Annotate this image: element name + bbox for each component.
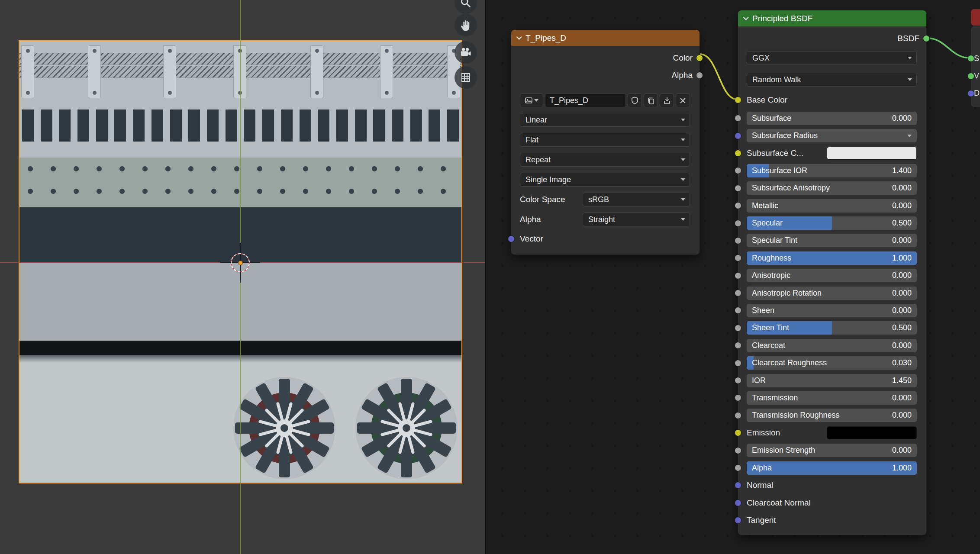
param-label: Clearcoat [752, 341, 785, 350]
sheen-tint-input-socket[interactable] [735, 325, 741, 332]
anisotropic-input-socket[interactable] [735, 272, 741, 279]
sheen-tint-slider[interactable]: Sheen Tint0.500 [747, 321, 917, 335]
emission-color-swatch[interactable] [827, 426, 917, 439]
collapse-chevron-icon[interactable] [516, 34, 522, 40]
shader-node-editor[interactable]: T_Pipes_D Color Alpha [486, 0, 980, 554]
specular-input-socket[interactable] [735, 220, 741, 227]
transmission-slider[interactable]: Transmission0.000 [747, 391, 917, 405]
subsurface-slider[interactable]: Subsurface0.000 [747, 112, 917, 125]
image-texture-node[interactable]: T_Pipes_D Color Alpha [511, 29, 700, 255]
tangent-input-socket[interactable] [735, 517, 741, 524]
color-space-label: Color Space [520, 195, 583, 204]
material-output-node-header[interactable] [970, 9, 980, 26]
distribution-dropdown[interactable]: GGX [747, 51, 917, 65]
vector-input-socket[interactable] [508, 235, 515, 242]
ior-input-socket[interactable] [735, 377, 741, 384]
collapse-chevron-icon[interactable] [743, 15, 749, 20]
link-bsdf-to-surface[interactable] [927, 38, 970, 58]
bsdf-output-socket[interactable] [923, 35, 930, 42]
input-label: Base Color [747, 95, 787, 105]
ior-slider[interactable]: IOR1.450 [747, 374, 917, 387]
subsurface-anisotropy-slider[interactable]: Subsurface Anisotropy0.000 [747, 181, 917, 195]
pan-gizmo-button[interactable] [455, 14, 477, 36]
grid-toggle-button[interactable] [455, 66, 477, 89]
chevron-down-icon [681, 178, 685, 181]
subsurface-ior-input-socket[interactable] [735, 167, 741, 174]
normal-input-socket[interactable] [735, 482, 741, 489]
principled-bsdf-node[interactable]: Principled BSDF BSDF GGX Random Walk [738, 10, 927, 535]
zoom-gizmo-button[interactable] [455, 0, 477, 14]
transmission-roughness-slider[interactable]: Transmission Roughness0.000 [747, 409, 917, 422]
clearcoat-roughness-input-socket[interactable] [735, 360, 741, 367]
image-name-field[interactable] [545, 93, 626, 107]
clearcoat-roughness-slider[interactable]: Clearcoat Roughness0.030 [747, 356, 917, 370]
roughness-slider[interactable]: Roughness1.000 [747, 251, 917, 265]
subsurface-ior-slider[interactable]: Subsurface IOR1.400 [747, 164, 917, 177]
param-label: Transmission Roughness [752, 411, 839, 420]
specular-tint-slider[interactable]: Specular Tint0.000 [747, 234, 917, 247]
camera-view-button[interactable] [455, 41, 477, 64]
interpolation-dropdown[interactable]: Linear [520, 113, 690, 127]
param-label: Subsurface [752, 114, 791, 123]
anisotropic-rotation-input-socket[interactable] [735, 290, 741, 296]
image-editor[interactable] [0, 0, 485, 554]
browse-image-button[interactable] [520, 93, 543, 107]
alpha-mode-dropdown[interactable]: Straight [583, 213, 690, 226]
sheen-slider[interactable]: Sheen0.000 [747, 304, 917, 317]
fake-user-button[interactable] [628, 93, 642, 107]
subsurface-c-color-swatch[interactable] [827, 147, 917, 160]
unlink-image-button[interactable] [676, 93, 690, 107]
alpha-input-socket[interactable] [735, 464, 741, 471]
image-texture-node-header[interactable]: T_Pipes_D [511, 30, 700, 46]
subsurface-method-dropdown[interactable]: Random Walk [747, 73, 917, 87]
extension-dropdown[interactable]: Repeat [520, 153, 690, 167]
clearcoat-slider[interactable]: Clearcoat0.000 [747, 339, 917, 352]
output-input-socket[interactable] [967, 73, 974, 80]
sheen-input-socket[interactable] [735, 307, 741, 314]
anisotropic-rotation-slider[interactable]: Anisotropic Rotation0.000 [747, 287, 917, 300]
param-label: Emission [747, 428, 780, 438]
clearcoat-input-socket[interactable] [735, 342, 741, 349]
subsurface-c-input-socket[interactable] [735, 150, 741, 157]
emission-strength-input-socket[interactable] [735, 447, 741, 454]
output-input-socket[interactable] [967, 90, 974, 97]
metallic-slider[interactable]: Metallic0.000 [747, 199, 917, 213]
bsdf-param-subsurface-radius: Subsurface Radius [738, 127, 926, 144]
emission-strength-slider[interactable]: Emission Strength0.000 [747, 444, 917, 457]
output-input-socket[interactable] [967, 55, 974, 62]
emission-input-socket[interactable] [735, 429, 741, 436]
image-icon [525, 97, 533, 104]
transmission-roughness-input-socket[interactable] [735, 412, 741, 419]
clearcoat-normal-input-socket[interactable] [735, 499, 741, 506]
anisotropic-slider[interactable]: Anisotropic0.000 [747, 269, 917, 282]
roughness-input-socket[interactable] [735, 254, 741, 261]
subsurface-anisotropy-input-socket[interactable] [735, 185, 741, 192]
copy-datablock-button[interactable] [644, 93, 658, 107]
specular-tint-input-socket[interactable] [735, 237, 741, 244]
subsurface-radius-input-socket[interactable] [735, 132, 741, 139]
color-output-socket[interactable] [696, 55, 703, 61]
color-space-dropdown[interactable]: sRGB [583, 193, 690, 206]
param-label: Transmission [752, 393, 798, 403]
bsdf-param-metallic: Metallic0.000 [738, 197, 926, 214]
subsurface-input-socket[interactable] [735, 115, 741, 122]
source-dropdown[interactable]: Single Image [520, 173, 690, 187]
principled-bsdf-node-header[interactable]: Principled BSDF [738, 10, 926, 26]
link-color-to-basecolor[interactable] [700, 54, 738, 100]
bsdf-input-tangent: Tangent [738, 512, 926, 529]
metallic-input-socket[interactable] [735, 202, 741, 209]
alpha-output-socket[interactable] [696, 72, 703, 79]
specular-slider[interactable]: Specular0.500 [747, 216, 917, 230]
base-color-input-socket[interactable] [735, 97, 741, 103]
material-output-node[interactable]: SVD [970, 26, 980, 107]
chevron-down-icon [908, 57, 912, 59]
magnifier-icon [459, 0, 472, 9]
alpha-slider[interactable]: Alpha1.000 [747, 461, 917, 475]
pack-image-button[interactable] [660, 93, 674, 107]
subsurface-radius-dropdown[interactable]: Subsurface Radius [747, 129, 917, 142]
color-space-row: Color Space sRGB [511, 190, 700, 209]
node-title: Principled BSDF [752, 14, 812, 23]
transmission-input-socket[interactable] [735, 394, 741, 401]
projection-dropdown[interactable]: Flat [520, 133, 690, 147]
param-label: Roughness [752, 254, 791, 263]
